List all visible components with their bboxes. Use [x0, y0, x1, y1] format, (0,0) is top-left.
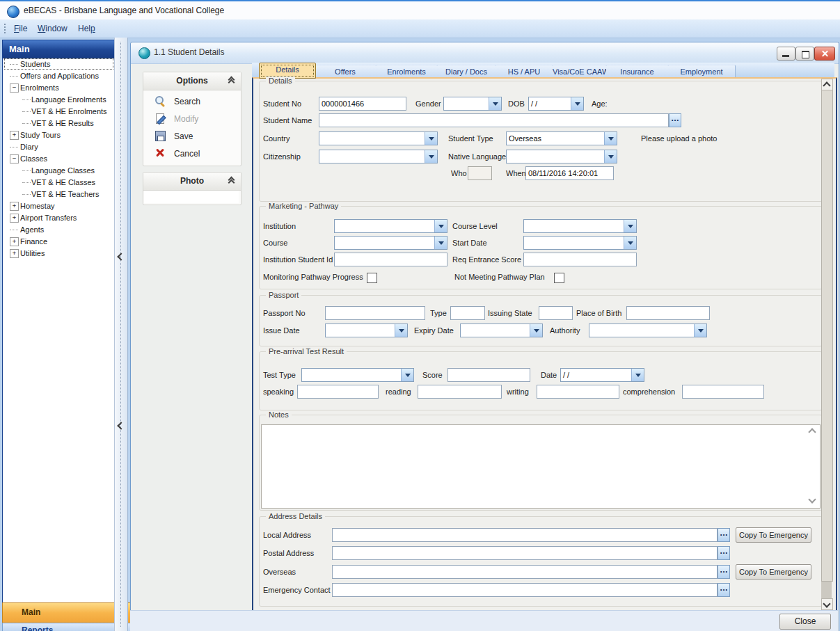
- citizenship-combo[interactable]: [319, 150, 438, 163]
- dropdown-arrow-icon[interactable]: [604, 150, 617, 163]
- dropdown-arrow-icon[interactable]: [530, 324, 542, 337]
- dob-combo[interactable]: / /: [528, 97, 584, 111]
- collapse-left-icon[interactable]: [118, 419, 124, 424]
- scrollbar-up-button[interactable]: [821, 79, 833, 90]
- sidebar-item-vet-he-results[interactable]: VET & HE Results: [4, 118, 113, 129]
- not-meeting-pathway-checkbox[interactable]: [554, 273, 564, 283]
- issuing-state-field[interactable]: [539, 306, 573, 320]
- tab-enrolments[interactable]: Enrolments: [376, 65, 438, 78]
- expand-node-icon[interactable]: +: [10, 202, 19, 211]
- restore-button[interactable]: [795, 47, 814, 61]
- dropdown-arrow-icon[interactable]: [631, 369, 644, 381]
- sidebar-item-finance[interactable]: +Finance: [4, 236, 113, 247]
- institution-combo[interactable]: [334, 219, 447, 233]
- dropdown-arrow-icon[interactable]: [425, 150, 437, 163]
- monitoring-pathway-checkbox[interactable]: [367, 273, 377, 283]
- dropdown-arrow-icon[interactable]: [571, 97, 583, 110]
- passport-type-field[interactable]: [450, 306, 485, 320]
- collapse-chevron-icon[interactable]: [228, 77, 235, 85]
- dropdown-arrow-icon[interactable]: [395, 324, 407, 337]
- country-combo[interactable]: [319, 131, 438, 145]
- sidebar-item-agents[interactable]: Agents: [4, 224, 113, 235]
- expand-node-icon[interactable]: +: [10, 249, 19, 258]
- sidebar-item-vet-he-enrolments[interactable]: VET & HE Enrolments: [4, 106, 113, 117]
- photo-panel-header[interactable]: Photo: [143, 173, 241, 191]
- reading-field[interactable]: [418, 385, 502, 399]
- overseas-address-field[interactable]: [332, 565, 718, 579]
- expand-node-icon[interactable]: +: [10, 131, 19, 140]
- close-window-button[interactable]: [814, 47, 835, 61]
- dropdown-arrow-icon[interactable]: [425, 132, 437, 145]
- test-date-combo[interactable]: / /: [560, 368, 644, 382]
- student-type-combo[interactable]: Overseas: [506, 131, 617, 145]
- scrollbar-down-button[interactable]: [821, 598, 833, 610]
- dropdown-arrow-icon[interactable]: [434, 220, 447, 232]
- copy-overseas-to-emergency-button[interactable]: Copy To Emergency: [736, 564, 811, 580]
- dropdown-arrow-icon[interactable]: [694, 324, 706, 337]
- sidebar-item-study-tours[interactable]: +Study Tours: [4, 129, 113, 141]
- emergency-contact-field[interactable]: [332, 583, 718, 597]
- native-language-combo[interactable]: [506, 150, 617, 163]
- local-address-browse-button[interactable]: …: [718, 528, 730, 542]
- menu-help[interactable]: Help: [72, 19, 101, 38]
- sidebar-item-language-classes[interactable]: Language Classes: [4, 165, 113, 176]
- dropdown-arrow-icon[interactable]: [489, 97, 501, 110]
- notes-textarea[interactable]: [261, 424, 821, 509]
- postal-address-browse-button[interactable]: …: [718, 546, 730, 560]
- issue-date-combo[interactable]: [325, 324, 408, 337]
- overseas-address-browse-button[interactable]: …: [718, 565, 730, 579]
- score-field[interactable]: [447, 368, 530, 382]
- gender-combo[interactable]: [443, 97, 502, 111]
- expand-node-icon[interactable]: +: [10, 214, 19, 223]
- when-field[interactable]: 08/11/2016 14:20:01: [525, 166, 614, 180]
- who-field[interactable]: [468, 166, 492, 180]
- tab-insurance[interactable]: Insurance: [606, 65, 669, 78]
- collapse-node-icon[interactable]: −: [10, 154, 19, 163]
- options-panel-header[interactable]: Options: [143, 72, 241, 90]
- scrollbar-thumb[interactable]: [821, 89, 833, 582]
- institution-student-id-field[interactable]: [334, 253, 447, 266]
- sidebar-item-language-enrolments[interactable]: Language Enrolments: [4, 94, 113, 105]
- dropdown-arrow-icon[interactable]: [604, 132, 617, 145]
- req-entrance-score-field[interactable]: [523, 253, 637, 266]
- collapse-node-icon[interactable]: −: [10, 83, 19, 93]
- local-address-field[interactable]: [332, 528, 718, 542]
- writing-field[interactable]: [537, 385, 619, 399]
- sidebar-item-airport-transfers[interactable]: +Airport Transfers: [4, 212, 113, 223]
- sidebar-item-offers-and-applications[interactable]: Offers and Applications: [4, 70, 113, 81]
- sidebar-item-vet-he-classes[interactable]: VET & HE Classes: [4, 177, 113, 188]
- student-name-field[interactable]: [319, 113, 669, 127]
- collapse-chevron-icon[interactable]: [228, 177, 235, 185]
- menu-grip-handle[interactable]: [3, 23, 6, 34]
- tab-diary-docs[interactable]: Diary / Docs: [437, 65, 496, 78]
- copy-local-to-emergency-button[interactable]: Copy To Emergency: [736, 527, 811, 543]
- sidebar-item-utilities[interactable]: +Utilities: [4, 248, 113, 259]
- cancel-button[interactable]: Cancel: [154, 146, 238, 161]
- tab-employment[interactable]: Employment: [668, 65, 736, 78]
- sidebar-item-students[interactable]: Students: [4, 58, 113, 70]
- speaking-field[interactable]: [297, 385, 379, 399]
- menu-window[interactable]: Window: [32, 19, 73, 38]
- postal-address-field[interactable]: [332, 546, 718, 560]
- dropdown-arrow-icon[interactable]: [624, 220, 636, 232]
- sidebar-item-vet-he-teachers[interactable]: VET & HE Teachers: [4, 189, 113, 200]
- emergency-contact-browse-button[interactable]: …: [718, 583, 730, 597]
- sidebar-splitter[interactable]: [114, 38, 128, 631]
- search-button[interactable]: Search: [154, 94, 238, 109]
- passport-no-field[interactable]: [325, 306, 425, 320]
- sidebar-item-homestay[interactable]: +Homestay: [4, 200, 113, 211]
- dropdown-arrow-icon[interactable]: [434, 237, 447, 249]
- student-no-field[interactable]: 0000001466: [319, 97, 406, 111]
- place-of-birth-field[interactable]: [626, 306, 710, 320]
- sidebar-item-classes[interactable]: −Classes: [4, 153, 113, 164]
- collapse-left-icon[interactable]: [118, 250, 124, 255]
- dropdown-arrow-icon[interactable]: [624, 237, 636, 249]
- start-date-combo[interactable]: [523, 236, 637, 250]
- student-name-browse-button[interactable]: …: [669, 113, 681, 127]
- authority-combo[interactable]: [589, 324, 707, 337]
- expand-node-icon[interactable]: +: [10, 237, 19, 246]
- close-button[interactable]: Close: [779, 614, 831, 630]
- sidebar-item-diary[interactable]: Diary: [4, 141, 113, 152]
- course-level-combo[interactable]: [523, 219, 637, 233]
- tab-hs-apu[interactable]: HS / APU: [496, 65, 553, 78]
